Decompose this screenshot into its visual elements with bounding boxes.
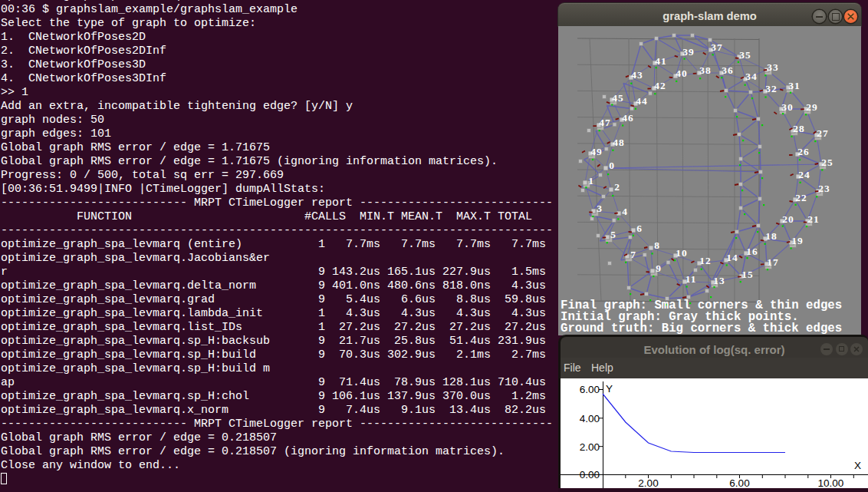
svg-text:2.00: 2.00 bbox=[580, 441, 600, 453]
svg-text:43: 43 bbox=[631, 69, 643, 81]
svg-text:34: 34 bbox=[745, 71, 757, 82]
svg-text:10.00: 10.00 bbox=[818, 477, 844, 488]
svg-text:12: 12 bbox=[699, 255, 711, 266]
svg-text:13: 13 bbox=[713, 275, 725, 286]
svg-text:48: 48 bbox=[613, 137, 624, 148]
svg-text:39: 39 bbox=[682, 46, 694, 58]
svg-text:42: 42 bbox=[654, 80, 666, 91]
svg-text:47: 47 bbox=[599, 117, 610, 128]
svg-text:40: 40 bbox=[676, 68, 687, 79]
svg-text:5: 5 bbox=[610, 229, 616, 240]
svg-text:6.00: 6.00 bbox=[729, 477, 749, 488]
svg-text:31: 31 bbox=[788, 80, 800, 91]
svg-text:27: 27 bbox=[817, 127, 828, 139]
svg-text:4.00: 4.00 bbox=[580, 413, 600, 424]
svg-text:32: 32 bbox=[765, 83, 777, 94]
svg-text:30: 30 bbox=[781, 101, 793, 113]
svg-text:3: 3 bbox=[597, 203, 603, 214]
svg-text:1: 1 bbox=[588, 175, 594, 187]
svg-text:22: 22 bbox=[795, 192, 807, 203]
svg-text:49: 49 bbox=[590, 146, 602, 157]
svg-text:20: 20 bbox=[782, 213, 794, 225]
svg-text:Y: Y bbox=[606, 383, 613, 395]
svg-text:2: 2 bbox=[614, 181, 620, 193]
svg-text:37: 37 bbox=[711, 41, 722, 53]
svg-text:6.00: 6.00 bbox=[580, 384, 600, 395]
svg-text:X: X bbox=[854, 460, 861, 471]
svg-text:10: 10 bbox=[676, 247, 687, 259]
svg-text:8: 8 bbox=[654, 239, 660, 251]
svg-text:25: 25 bbox=[821, 157, 833, 168]
svg-text:18: 18 bbox=[765, 230, 777, 242]
svg-text:28: 28 bbox=[793, 123, 804, 134]
svg-text:15: 15 bbox=[741, 269, 753, 280]
svg-text:23: 23 bbox=[818, 183, 830, 194]
svg-text:29: 29 bbox=[806, 101, 817, 113]
svg-text:4: 4 bbox=[622, 206, 628, 217]
svg-text:44: 44 bbox=[636, 95, 647, 107]
svg-text:14: 14 bbox=[726, 252, 738, 263]
svg-text:11: 11 bbox=[686, 273, 697, 285]
svg-text:46: 46 bbox=[622, 112, 633, 124]
svg-text:36: 36 bbox=[722, 64, 733, 76]
svg-text:19: 19 bbox=[791, 235, 803, 246]
svg-text:35: 35 bbox=[739, 49, 751, 61]
svg-text:0: 0 bbox=[609, 160, 615, 171]
svg-text:0.00: 0.00 bbox=[580, 469, 600, 480]
svg-text:33: 33 bbox=[767, 61, 778, 73]
svg-text:45: 45 bbox=[612, 92, 623, 104]
svg-text:7: 7 bbox=[630, 249, 636, 260]
svg-text:9: 9 bbox=[656, 263, 662, 274]
svg-text:21: 21 bbox=[807, 213, 819, 225]
svg-text:41: 41 bbox=[655, 55, 666, 67]
svg-text:2.00: 2.00 bbox=[638, 477, 658, 488]
svg-text:24: 24 bbox=[798, 169, 810, 180]
svg-text:38: 38 bbox=[699, 64, 711, 76]
svg-text:16: 16 bbox=[746, 246, 758, 257]
svg-text:17: 17 bbox=[767, 256, 778, 268]
svg-text:6: 6 bbox=[636, 223, 643, 234]
svg-text:26: 26 bbox=[797, 146, 809, 157]
